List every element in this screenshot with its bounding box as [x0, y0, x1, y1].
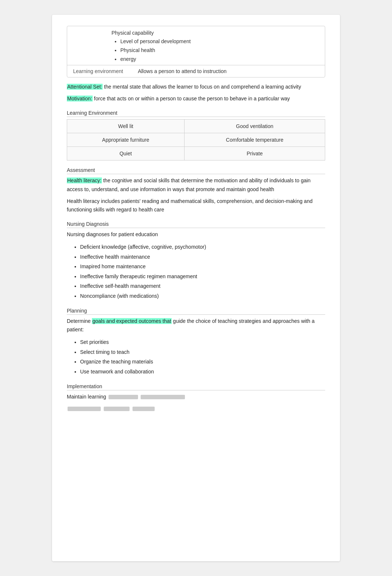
list-item: Select timing to teach — [80, 347, 325, 357]
redacted-block-4 — [104, 407, 130, 411]
footer-value: Allows a person to attend to instruction — [138, 68, 226, 74]
list-item: energy — [120, 55, 319, 64]
table-cell: Good ventilation — [184, 119, 325, 133]
redacted-block-3 — [68, 407, 101, 411]
capability-section: Physical capability Level of personal de… — [67, 26, 325, 65]
nursing-diagnosis-heading: Nursing Diagnosis — [67, 221, 325, 228]
implementation-heading: Implementation — [67, 383, 325, 390]
redacted-line-2 — [67, 404, 325, 413]
page-container: Physical capability Level of personal de… — [52, 15, 340, 561]
learning-env-table: Well lit Good ventilation Appropriate fu… — [67, 119, 325, 161]
planning-heading: Planning — [67, 308, 325, 315]
motivation-label: Motivation: — [67, 96, 93, 101]
list-item: Ineffective self-health management — [80, 281, 325, 291]
planning-list: Set priorities Select timing to teach Or… — [67, 337, 325, 376]
table-row: Appropriate furniture Comfortable temper… — [67, 133, 325, 146]
motivation-text: force that acts on or within a person to… — [94, 96, 290, 101]
top-box: Physical capability Level of personal de… — [67, 26, 325, 77]
table-cell: Comfortable temperature — [184, 133, 325, 146]
health-literacy-para: Health literacy: the cognitive and socia… — [67, 176, 325, 194]
list-item: Deficient knowledge (affective, cognitiv… — [80, 242, 325, 252]
attentional-set-label: Attentional Set: — [67, 84, 103, 90]
footer-label: Learning environment — [73, 68, 123, 74]
assessment-section: Assessment Health literacy: the cognitiv… — [67, 167, 325, 214]
nursing-diagnosis-list: Deficient knowledge (affective, cognitiv… — [67, 242, 325, 301]
planning-highlight: goals and expected outcomes that — [92, 318, 171, 324]
maintain-learning-text: Maintain learning — [67, 394, 106, 400]
list-item: Organize the teaching materials — [80, 357, 325, 367]
redacted-block-5 — [133, 407, 155, 411]
redacted-block-1 — [109, 395, 138, 399]
assessment-heading: Assessment — [67, 167, 325, 174]
motivation-para: Motivation: force that acts on or within… — [67, 94, 325, 103]
table-cell: Quiet — [67, 146, 185, 160]
attentional-set-text: the mental state that allows the learner… — [104, 84, 301, 90]
implementation-section: Implementation Maintain learning — [67, 383, 325, 413]
list-item: Use teamwork and collaboration — [80, 367, 325, 377]
table-cell: Well lit — [67, 119, 185, 133]
planning-intro-before: Determine — [67, 318, 92, 324]
table-row: Well lit Good ventilation — [67, 119, 325, 133]
health-literacy-text: the cognitive and social skills that det… — [67, 177, 310, 192]
capability-list: Level of personal development Physical h… — [111, 37, 319, 63]
health-literacy-label: Health literacy: — [67, 177, 102, 183]
attentional-set-para: Attentional Set: the mental state that a… — [67, 83, 325, 92]
table-cell: Appropriate furniture — [67, 133, 185, 146]
learning-env-footer: Learning environment Allows a person to … — [67, 65, 325, 77]
list-item: Ineffective health maintenance — [80, 252, 325, 262]
list-item: Imapired home maintenance — [80, 262, 325, 272]
health-literacy-para2: Health literacy includes patients' readi… — [67, 197, 325, 215]
learning-env-heading: Learning Environment — [67, 110, 325, 117]
planning-intro: Determine goals and expected outcomes th… — [67, 317, 325, 335]
list-item: Ineffective family therapeutic regimen m… — [80, 272, 325, 282]
capability-title: Physical capability — [111, 30, 319, 36]
list-item: Level of personal development — [120, 37, 319, 46]
list-item: Set priorities — [80, 337, 325, 347]
table-cell: Private — [184, 146, 325, 160]
nursing-diagnoses-intro: Nursing diagnoses for patient education — [67, 230, 325, 239]
table-row: Quiet Private — [67, 146, 325, 160]
redacted-block-2 — [141, 395, 185, 399]
planning-section: Planning Determine goals and expected ou… — [67, 308, 325, 377]
nursing-diagnosis-section: Nursing Diagnosis Nursing diagnoses for … — [67, 221, 325, 301]
list-item: Physical health — [120, 46, 319, 55]
maintain-learning-para: Maintain learning — [67, 393, 325, 401]
list-item: Noncompliance (with medications) — [80, 291, 325, 301]
